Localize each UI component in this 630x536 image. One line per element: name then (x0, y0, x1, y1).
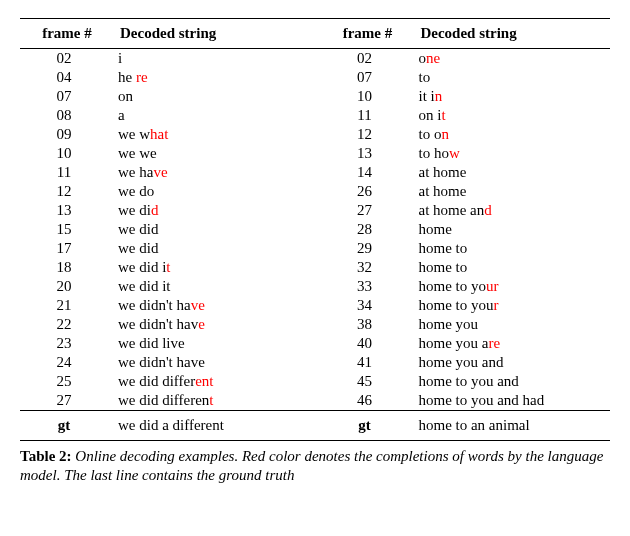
decoded-text: home to you and (418, 373, 518, 389)
frame-number: 02 (20, 49, 114, 68)
decoded-text: it i (418, 88, 434, 104)
decoded-text: we did differ (118, 373, 195, 389)
col-spacer (280, 144, 320, 163)
frame-number: 38 (320, 315, 414, 334)
col-spacer (280, 391, 320, 411)
decoded-text: home to you and had (418, 392, 544, 408)
col-spacer (280, 334, 320, 353)
table-body: 02i02one04he re07to07on10it in08a11on it… (20, 49, 610, 411)
decoded-cell: we did it (114, 277, 280, 296)
gt-value-right: home to an animal (414, 411, 610, 441)
decoded-cell: it in (414, 87, 610, 106)
decoded-cell: we we (114, 144, 280, 163)
col-spacer (280, 258, 320, 277)
frame-number: 32 (320, 258, 414, 277)
frame-number: 11 (320, 106, 414, 125)
frame-number: 46 (320, 391, 414, 411)
table-row: 10we we13to how (20, 144, 610, 163)
decoded-text: home to yo (418, 278, 486, 294)
col-header-frame-left: frame # (20, 19, 114, 49)
col-header-decoded-right: Decoded string (414, 19, 610, 49)
frame-number: 15 (20, 220, 114, 239)
decoded-cell: he re (114, 68, 280, 87)
lm-completion: t (441, 107, 445, 123)
frame-number: 22 (20, 315, 114, 334)
table-row: 15we did28home (20, 220, 610, 239)
decoded-cell: we did (114, 201, 280, 220)
decoded-text: to (418, 69, 430, 85)
decoded-cell: at home (414, 163, 610, 182)
lm-completion: re (136, 69, 148, 85)
decoded-text: we did i (118, 259, 166, 275)
decoded-cell: we did different (114, 391, 280, 411)
decoded-cell: home you (414, 315, 610, 334)
table-row: 23we did live40home you are (20, 334, 610, 353)
decoded-text: we w (118, 126, 150, 142)
decoded-cell: we did (114, 220, 280, 239)
decoded-text: we ha (118, 164, 153, 180)
gt-value-left: we did a different (114, 411, 280, 441)
lm-completion: d (484, 202, 492, 218)
decoded-text: home (418, 221, 451, 237)
decoded-text: home to you (418, 297, 493, 313)
decoded-text: we did live (118, 335, 185, 351)
col-spacer (280, 163, 320, 182)
frame-number: 40 (320, 334, 414, 353)
frame-number: 26 (320, 182, 414, 201)
lm-completion: w (449, 145, 460, 161)
frame-number: 17 (20, 239, 114, 258)
decoded-cell: on (114, 87, 280, 106)
lm-completion: t (209, 392, 213, 408)
decoded-text: we did (118, 240, 158, 256)
col-spacer (280, 277, 320, 296)
frame-number: 18 (20, 258, 114, 277)
frame-number: 24 (20, 353, 114, 372)
decoded-cell: we didn't have (114, 315, 280, 334)
col-spacer (280, 315, 320, 334)
table-row: 18we did it32home to (20, 258, 610, 277)
decoded-text: o (418, 50, 426, 66)
lm-completion: e (198, 316, 205, 332)
frame-number: 04 (20, 68, 114, 87)
frame-number: 13 (320, 144, 414, 163)
frame-number: 29 (320, 239, 414, 258)
decoded-cell: home to your (414, 296, 610, 315)
table-row: 20we did it33home to your (20, 277, 610, 296)
decoded-cell: home to (414, 239, 610, 258)
lm-completion: r (493, 297, 498, 313)
decoded-text: home you a (418, 335, 488, 351)
decoded-text: at home (418, 164, 466, 180)
frame-number: 27 (320, 201, 414, 220)
col-header-frame-right: frame # (320, 19, 414, 49)
lm-completion: ve (153, 164, 167, 180)
table-row: 24we didn't have41home you and (20, 353, 610, 372)
frame-number: 20 (20, 277, 114, 296)
gt-label-left: gt (20, 411, 114, 441)
col-spacer (280, 49, 320, 68)
col-spacer (280, 87, 320, 106)
decoded-cell: home (414, 220, 610, 239)
decoded-cell: i (114, 49, 280, 68)
frame-number: 41 (320, 353, 414, 372)
col-spacer (280, 106, 320, 125)
decoded-text: we did differen (118, 392, 209, 408)
col-spacer (280, 239, 320, 258)
table-row: 12we do26at home (20, 182, 610, 201)
decoded-text: home you (418, 316, 478, 332)
decoded-text: at home an (418, 202, 484, 218)
decoded-cell: home to (414, 258, 610, 277)
frame-number: 12 (320, 125, 414, 144)
table-row: 07on10it in (20, 87, 610, 106)
decoded-text: home to (418, 259, 467, 275)
decoded-cell: to on (414, 125, 610, 144)
decoded-cell: we did live (114, 334, 280, 353)
col-spacer (280, 353, 320, 372)
decoded-text: home to (418, 240, 467, 256)
table-row: 09we what12to on (20, 125, 610, 144)
frame-number: 27 (20, 391, 114, 411)
table-row: 13we did27at home and (20, 201, 610, 220)
decoded-text: i (118, 50, 122, 66)
lm-completion: ent (195, 373, 213, 389)
decoded-text: we didn't ha (118, 297, 191, 313)
frame-number: 25 (20, 372, 114, 391)
